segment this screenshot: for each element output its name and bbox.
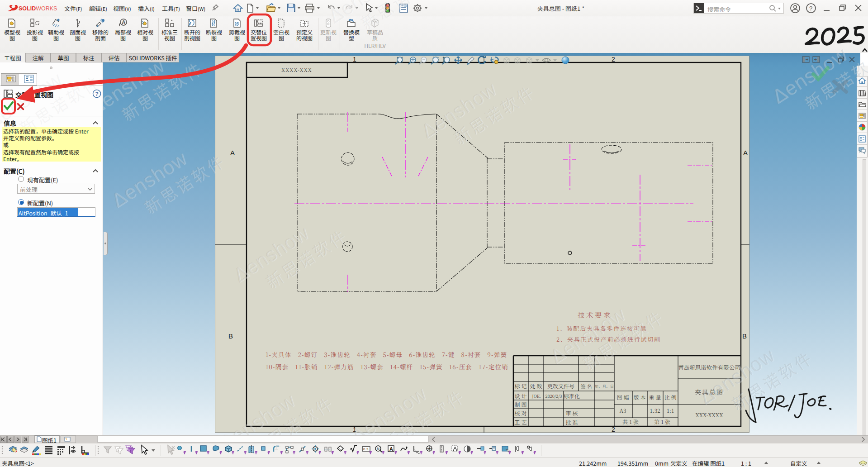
svg-text:重 量: 重 量 (649, 393, 661, 401)
svg-text:XXX-XXXX: XXX-XXXX (696, 411, 724, 419)
svg-text:2、夹具正式投产前必须进行试切削: 2、夹具正式投产前必须进行试切削 (556, 335, 661, 343)
svg-text:?: ? (95, 91, 99, 97)
svg-text:1.32: 1.32 (650, 406, 660, 414)
svg-text:制 图: 制 图 (514, 400, 526, 408)
svg-text:签 名: 签 名 (581, 382, 592, 390)
svg-text:青岛新思诺软件有限公司: 青岛新思诺软件有限公司 (678, 363, 740, 372)
svg-text:?: ? (809, 5, 812, 12)
svg-text:标准化: 标准化 (564, 392, 580, 400)
svg-text:A3: A3 (620, 406, 626, 414)
svg-text:技术要求: 技术要求 (578, 310, 612, 319)
svg-text:0.3: 0.3 (363, 447, 369, 451)
svg-text:版 本: 版 本 (633, 393, 645, 401)
svg-text:比 例: 比 例 (664, 393, 676, 401)
svg-text:处 数: 处 数 (530, 382, 542, 390)
svg-text:1: 1 (353, 56, 356, 63)
svg-text:A: A (122, 19, 126, 26)
svg-text:批 准: 批 准 (565, 418, 578, 426)
svg-text:10-隔套 11-胀销 12-弹力筋 13-螺套: 10-隔套 11-胀销 12-弹力筋 13-螺套 14-螺杆 15-弹簧 16-… (266, 362, 508, 371)
svg-text:第 1 张: 第 1 张 (654, 418, 670, 425)
svg-text:2: 2 (612, 56, 615, 63)
svg-text:标 记: 标 记 (514, 382, 526, 390)
svg-text:XXXX-XXX: XXXX-XXX (281, 66, 312, 73)
svg-text:1: 1 (353, 426, 356, 433)
svg-text:设 计: 设 计 (514, 392, 526, 400)
svg-text:图 幅: 图 幅 (617, 393, 629, 401)
svg-text:年、月、日: 年、月、日 (595, 383, 614, 389)
svg-text:更改文件号: 更改文件号 (547, 382, 574, 390)
svg-text:工 艺: 工 艺 (514, 418, 526, 426)
svg-text:JOE.: JOE. (531, 393, 541, 399)
svg-text:1、装配后夹具各零件连接可靠: 1、装配后夹具各零件连接可靠 (556, 324, 647, 333)
svg-text:A: A (743, 149, 748, 157)
svg-text:A: A (230, 149, 235, 157)
svg-text:A: A (389, 446, 393, 452)
svg-text:N: N (377, 447, 379, 451)
svg-text:2020/2/3: 2020/2/3 (545, 393, 562, 399)
svg-text:B: B (228, 332, 233, 340)
svg-text:1-夹具体 2-螺钉 3-锥齿轮 4-衬套: 1-夹具体 2-螺钉 3-锥齿轮 4-衬套 5-螺母 6-锥齿轮 7-键 8-衬… (266, 350, 507, 359)
svg-text:A: A (428, 447, 431, 450)
svg-text:B: B (742, 332, 747, 340)
svg-text:1:1: 1:1 (667, 406, 674, 414)
svg-text:校 对: 校 对 (514, 409, 526, 417)
svg-text:SOLIDWORKS: SOLIDWORKS (19, 5, 57, 12)
svg-text:2: 2 (612, 426, 615, 433)
svg-text:共 1 张: 共 1 张 (622, 418, 639, 425)
svg-text:夹具总图: 夹具总图 (695, 387, 724, 396)
svg-text:审 核: 审 核 (565, 409, 578, 417)
